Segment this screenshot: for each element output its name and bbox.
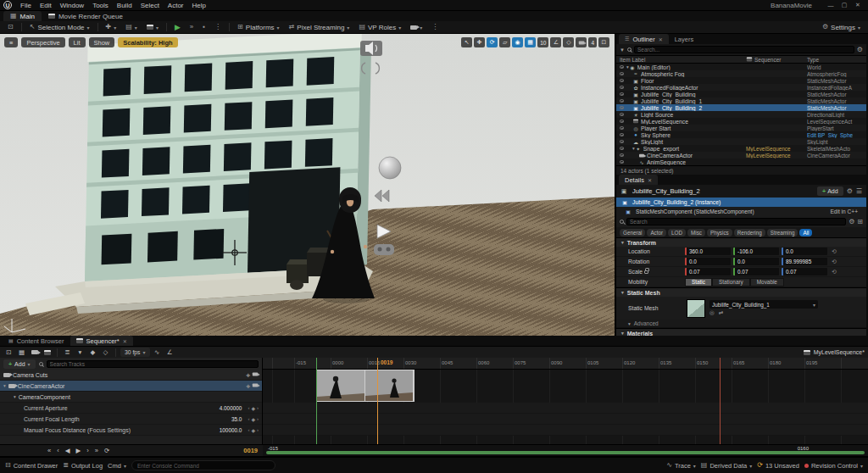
scale-z-field[interactable]: 0.07 bbox=[782, 268, 827, 275]
visibility-eye-icon[interactable] bbox=[620, 126, 624, 130]
camera-cut-section[interactable] bbox=[316, 370, 415, 402]
menu-build[interactable]: Build bbox=[113, 0, 136, 11]
visibility-eye-icon[interactable] bbox=[620, 79, 624, 82]
tab-layers[interactable]: Layers bbox=[669, 34, 700, 44]
outliner-column-headers[interactable]: Item Label Sequencer Type bbox=[616, 55, 866, 64]
render-movie-icon[interactable] bbox=[42, 348, 53, 357]
console-command-input[interactable] bbox=[131, 460, 275, 470]
next-key-icon[interactable]: › bbox=[257, 427, 259, 433]
blueprints-button[interactable]: ▤▾ bbox=[121, 22, 142, 33]
details-expand-icon[interactable]: ⊞ bbox=[857, 219, 863, 225]
audio-gizmo[interactable] bbox=[360, 41, 382, 56]
derived-data-dropdown[interactable]: ▤Derived Data▾ bbox=[701, 462, 752, 470]
scale-tool-icon[interactable]: ▱ bbox=[499, 37, 510, 47]
grid-snap-value[interactable]: 10 bbox=[537, 37, 548, 47]
outliner-row[interactable]: ◎Player StartPlayerStart bbox=[616, 125, 866, 131]
filter-all[interactable]: All bbox=[799, 229, 812, 236]
visibility-eye-icon[interactable] bbox=[620, 92, 624, 96]
menu-tools[interactable]: Tools bbox=[88, 0, 113, 11]
prev-key-icon[interactable]: ‹ bbox=[248, 427, 249, 433]
use-selected-asset-icon[interactable]: ⇄ bbox=[719, 310, 723, 316]
details-filter-icon[interactable]: ⚙ bbox=[849, 219, 854, 225]
scale-x-field[interactable]: 0.07 bbox=[685, 268, 731, 275]
save-sequence-icon[interactable]: ⊡ bbox=[3, 348, 14, 357]
aperture-lane[interactable] bbox=[263, 403, 868, 414]
outliner-row-selected[interactable]: ▣Jubilife_City_Building_2StaticMeshActor bbox=[616, 104, 866, 111]
cinematics-button[interactable]: ▾ bbox=[142, 22, 163, 33]
materials-section-header[interactable]: ▾Materials bbox=[616, 328, 866, 336]
details-more-icon[interactable]: ☰ bbox=[856, 188, 862, 195]
auto-key-icon[interactable]: ◇ bbox=[100, 348, 111, 357]
menu-edit[interactable]: Edit bbox=[36, 0, 56, 11]
tab-outliner[interactable]: ☰Outliner✕ bbox=[619, 34, 669, 44]
pixel-streaming-dropdown[interactable]: ⇄Pixel Streaming▾ bbox=[285, 22, 354, 33]
details-settings-icon[interactable]: ⚙ bbox=[847, 188, 853, 195]
close-icon[interactable]: ✕ bbox=[123, 338, 127, 344]
selection-mode-dropdown[interactable]: ↖Selection Mode▾ bbox=[25, 22, 94, 33]
loop-button[interactable]: ⟳ bbox=[104, 447, 109, 454]
range-slider[interactable] bbox=[266, 451, 865, 454]
transform-section-header[interactable]: ▾Transform bbox=[616, 237, 866, 247]
visibility-eye-icon[interactable] bbox=[620, 113, 624, 116]
outliner-search-input[interactable] bbox=[634, 46, 854, 53]
cmd-dropdown[interactable]: Cmd▾ bbox=[108, 462, 126, 470]
track-manual-focus-distance[interactable]: Manual Focus Distance (Focus Settings) 1… bbox=[0, 425, 262, 436]
trace-dropdown[interactable]: ∿Trace▾ bbox=[666, 462, 696, 470]
visibility-eye-icon[interactable] bbox=[620, 160, 624, 164]
rotation-y-field[interactable]: 0.0 bbox=[733, 258, 779, 265]
reset-icon[interactable]: ⟲ bbox=[832, 259, 837, 265]
visibility-eye-icon[interactable] bbox=[620, 99, 624, 103]
tab-content-browser[interactable]: ▤Content Browser bbox=[3, 336, 70, 346]
save-button[interactable]: ⊡ bbox=[3, 22, 18, 33]
location-x-field[interactable]: 360.0 bbox=[685, 248, 731, 255]
location-y-field[interactable]: -106.0 bbox=[733, 248, 779, 255]
tab-details[interactable]: Details✕ bbox=[619, 175, 658, 185]
sequence-breadcrumb[interactable]: MyLevelSequence* bbox=[804, 349, 865, 355]
scale-lock-icon[interactable] bbox=[644, 270, 648, 274]
playback-options-icon[interactable]: ▾ bbox=[75, 348, 86, 357]
add-key-icon[interactable]: ◆ bbox=[251, 405, 255, 411]
filter-general[interactable]: General bbox=[620, 229, 645, 236]
play-reverse-button[interactable]: ◀ bbox=[65, 447, 70, 454]
rotation-z-field[interactable]: 89.999985 bbox=[782, 258, 827, 265]
visibility-eye-icon[interactable] bbox=[620, 106, 624, 109]
playback-end-marker[interactable] bbox=[720, 358, 721, 444]
world-space-icon[interactable]: ◉ bbox=[512, 37, 523, 47]
focus-distance-lane[interactable] bbox=[263, 425, 868, 436]
visibility-eye-icon[interactable] bbox=[620, 147, 624, 150]
mobility-static-button[interactable]: Static bbox=[685, 278, 712, 287]
visibility-eye-icon[interactable] bbox=[620, 133, 624, 136]
outliner-row[interactable]: ▣FloorStaticMeshActor bbox=[616, 77, 866, 84]
outliner-row[interactable]: ✿InstancedFoliageActorInstancedFoliageA bbox=[616, 84, 866, 91]
filter-rendering[interactable]: Rendering bbox=[734, 229, 765, 236]
show-dropdown[interactable]: Show bbox=[89, 37, 115, 47]
component-row[interactable]: ▣ StaticMeshComponent (StaticMeshCompone… bbox=[616, 207, 866, 216]
track-cine-camera-actor[interactable]: ▾ CineCameraActor ✚ bbox=[0, 381, 262, 392]
camera-speed-value[interactable]: 4 bbox=[588, 37, 597, 47]
outliner-row[interactable]: CineCameraActorMyLevelSequenceCineCamera… bbox=[616, 152, 866, 159]
reset-icon[interactable]: ⟲ bbox=[832, 248, 837, 255]
view-mode-dropdown[interactable]: Lit bbox=[69, 37, 86, 47]
minimize-button[interactable]: — bbox=[824, 3, 837, 8]
track-camera-cuts[interactable]: Camera Cuts ✚ bbox=[0, 370, 262, 381]
timeline-ruler[interactable]: -015 0000 0015 0030 0045 0060 0075 0090 … bbox=[263, 358, 868, 370]
camera-toolbar-button[interactable]: ▾ bbox=[406, 22, 426, 33]
filter-icon[interactable]: ▼ bbox=[620, 47, 625, 53]
mobility-stationary-button[interactable]: Stationary bbox=[712, 278, 750, 287]
close-button[interactable]: ✕ bbox=[851, 2, 865, 8]
revision-control-dropdown[interactable]: Revision Control▾ bbox=[804, 462, 863, 470]
rotate-tool-icon[interactable]: ⟳ bbox=[487, 37, 498, 47]
filter-lod[interactable]: LOD bbox=[668, 229, 686, 236]
add-component-button[interactable]: +Add bbox=[817, 186, 843, 196]
section-start-marker[interactable] bbox=[316, 358, 317, 444]
go-to-start-button[interactable]: « bbox=[47, 447, 51, 454]
tab-movie-render-queue[interactable]: Movie Render Queue bbox=[42, 11, 130, 21]
snap-icon[interactable]: ∠ bbox=[164, 348, 175, 357]
maximize-viewport-icon[interactable]: ⊡ bbox=[598, 37, 609, 47]
filter-streaming[interactable]: Streaming bbox=[767, 229, 798, 236]
gamepad-gizmo[interactable] bbox=[374, 244, 394, 255]
static-mesh-thumbnail[interactable] bbox=[687, 299, 705, 318]
browse-to-asset-icon[interactable]: ◎ bbox=[709, 310, 715, 316]
edit-in-cpp-link[interactable]: Edit in C++ bbox=[830, 209, 858, 214]
current-frame-display[interactable]: 0019 bbox=[243, 447, 258, 454]
